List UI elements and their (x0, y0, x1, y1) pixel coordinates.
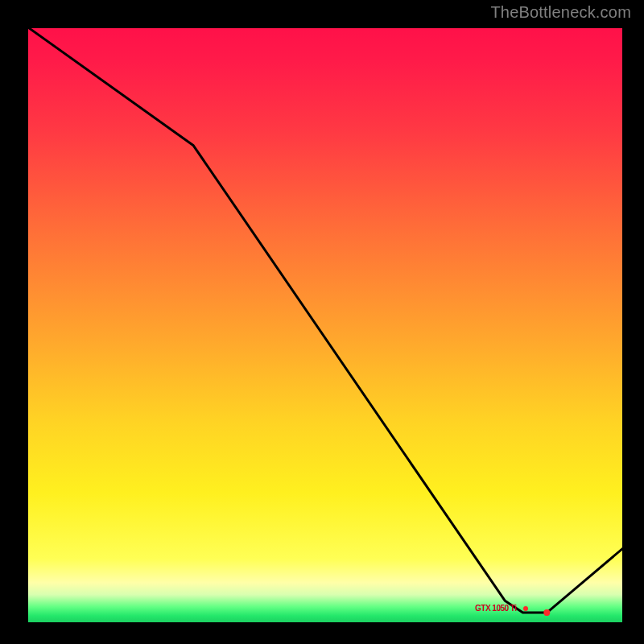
marker-label-dot-icon (523, 606, 528, 611)
plot-area: GTX 1050 Ti (26, 26, 625, 625)
bottleneck-curve-path (26, 26, 625, 613)
marker-label-text: GTX 1050 Ti (475, 604, 517, 613)
plot-frame: GTX 1050 Ti (26, 26, 625, 625)
marker-dot (543, 609, 550, 616)
chart-container: TheBottleneck.com GTX 1050 Ti (0, 0, 644, 644)
marker-label: GTX 1050 Ti (475, 604, 528, 613)
line-series (26, 26, 625, 625)
attribution-text: TheBottleneck.com (490, 3, 631, 22)
